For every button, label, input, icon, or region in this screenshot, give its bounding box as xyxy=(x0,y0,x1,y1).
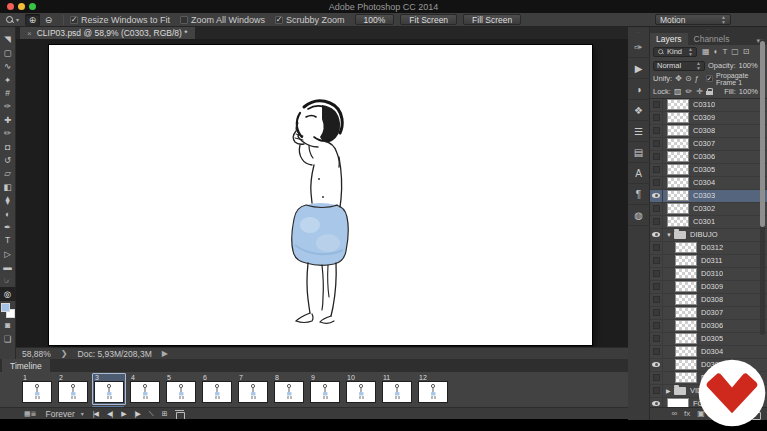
foreground-color-swatch[interactable] xyxy=(1,303,10,312)
visibility-toggle[interactable] xyxy=(650,241,663,254)
status-popup-icon[interactable]: ❯ xyxy=(61,349,68,358)
visibility-toggle[interactable] xyxy=(650,319,663,332)
zoom-out-mode-button[interactable]: ⊖ xyxy=(41,14,56,26)
character-panel-icon[interactable]: A xyxy=(628,163,650,184)
layer-row-d0311[interactable]: D0311 xyxy=(650,255,767,268)
visibility-toggle[interactable] xyxy=(650,358,663,371)
layer-thumbnail[interactable] xyxy=(675,333,697,344)
canvas[interactable] xyxy=(49,45,592,345)
layer-thumbnail[interactable] xyxy=(667,138,689,149)
frame-thumbnail[interactable] xyxy=(130,381,160,403)
frame-thumbnail[interactable] xyxy=(202,381,232,403)
clone-stamp-tool[interactable]: ◘ xyxy=(0,140,16,153)
timeline-frame-4[interactable]: 40 sec.▾ xyxy=(128,372,164,407)
crop-tool[interactable]: # xyxy=(0,87,16,100)
filter-adjustment-layers-icon[interactable]: ◐ xyxy=(714,47,719,56)
visibility-toggle[interactable] xyxy=(650,202,663,215)
layer-thumbnail[interactable] xyxy=(675,372,697,383)
frame-thumbnail[interactable] xyxy=(418,381,448,403)
layer-row-c0303[interactable]: C0303 xyxy=(650,190,767,203)
visibility-toggle[interactable] xyxy=(650,280,663,293)
visibility-toggle[interactable] xyxy=(650,150,663,163)
layer-thumbnail[interactable] xyxy=(675,242,697,253)
layer-row-d0308[interactable]: D0308 xyxy=(650,294,767,307)
layer-thumbnail[interactable] xyxy=(675,255,697,266)
frame-thumbnail[interactable] xyxy=(94,381,124,403)
layer-thumbnail[interactable] xyxy=(675,268,697,279)
timeline-frame-3[interactable]: 30 sec.▾ xyxy=(92,372,128,407)
shape-tool[interactable]: ▬ xyxy=(0,261,16,274)
propagate-checkbox[interactable]: ✓ xyxy=(706,75,713,82)
chevron-right-icon[interactable]: ▶ xyxy=(666,387,672,394)
eyedropper-tool[interactable]: ✑ xyxy=(0,100,16,113)
chevron-down-icon[interactable]: ▼ xyxy=(666,232,672,238)
layer-thumbnail[interactable] xyxy=(675,307,697,318)
layer-row-c0305[interactable]: C0305 xyxy=(650,164,767,177)
lock-all-icon[interactable] xyxy=(706,88,713,95)
dodge-tool[interactable]: ◐ xyxy=(0,207,16,220)
properties-panel-icon[interactable]: ☰ xyxy=(628,121,650,142)
pen-tool[interactable]: ✒ xyxy=(0,220,16,233)
color-swatches[interactable] xyxy=(0,303,16,319)
zoom-tool[interactable]: ◎ xyxy=(0,287,16,300)
layer-thumbnail[interactable] xyxy=(667,216,689,227)
layer-row-c0301[interactable]: C0301 xyxy=(650,216,767,229)
layer-thumbnail[interactable] xyxy=(667,177,689,188)
tab-timeline[interactable]: Timeline xyxy=(2,359,50,372)
new-frame-button[interactable]: ⊞ xyxy=(162,410,167,418)
layer-row-c0309[interactable]: C0309 xyxy=(650,112,767,125)
blend-mode-select[interactable]: Normal▲▼ xyxy=(653,61,705,71)
layer-row-c0307[interactable]: C0307 xyxy=(650,138,767,151)
unify-visibility-icon[interactable]: ⊙ xyxy=(685,74,692,83)
visibility-toggle[interactable] xyxy=(650,111,663,124)
visibility-toggle[interactable] xyxy=(650,293,663,306)
frame-thumbnail[interactable] xyxy=(166,381,196,403)
visibility-toggle[interactable] xyxy=(650,124,663,137)
filter-kind-select[interactable]: Kind ▲▼ xyxy=(653,47,697,57)
gradient-tool[interactable]: ◧ xyxy=(0,180,16,193)
visibility-toggle[interactable] xyxy=(650,371,663,384)
layer-comps-panel-icon[interactable]: ▤ xyxy=(628,142,650,163)
visibility-toggle[interactable] xyxy=(650,98,663,111)
marquee-tool[interactable]: ▢ xyxy=(0,46,16,59)
layer-thumbnail[interactable] xyxy=(667,164,689,175)
layer-thumbnail[interactable] xyxy=(667,112,689,123)
magic-wand-tool[interactable]: ✦ xyxy=(0,73,16,86)
layer-thumbnail[interactable] xyxy=(675,294,697,305)
zoom-tool-preset[interactable]: ▾ xyxy=(6,16,19,24)
visibility-toggle[interactable] xyxy=(650,228,663,241)
layer-row-d0309[interactable]: D0309 xyxy=(650,281,767,294)
frame-thumbnail[interactable] xyxy=(346,381,376,403)
layer-style-button[interactable]: fx xyxy=(684,410,690,418)
timeline-frame-5[interactable]: 50 sec.▾ xyxy=(164,372,200,407)
visibility-toggle[interactable] xyxy=(650,306,663,319)
history-brush-tool[interactable]: ↺ xyxy=(0,154,16,167)
convert-to-video-timeline-icon[interactable]: ▦≣ xyxy=(24,410,36,418)
close-tab-icon[interactable]: × xyxy=(27,29,32,38)
options-button-100-[interactable]: 100% xyxy=(355,14,395,25)
layer-row-d0312[interactable]: D0312 xyxy=(650,242,767,255)
type-tool[interactable]: T xyxy=(0,234,16,247)
delete-frame-button[interactable] xyxy=(176,410,183,418)
actions-panel-icon[interactable]: ▶ xyxy=(628,58,650,79)
layers-scrollbar[interactable] xyxy=(760,39,765,335)
layer-thumbnail[interactable] xyxy=(667,203,689,214)
first-frame-button[interactable]: |◀ xyxy=(93,410,98,418)
timeline-frame-12[interactable]: 120 sec.▾ xyxy=(416,372,452,407)
visibility-toggle[interactable] xyxy=(650,254,663,267)
layer-row-dibujo[interactable]: ▼DIBUJO xyxy=(650,229,767,242)
frame-thumbnail[interactable] xyxy=(382,381,412,403)
healing-brush-tool[interactable]: ✚ xyxy=(0,113,16,126)
filter-shape-layers-icon[interactable]: ▢ xyxy=(731,47,739,56)
layer-row-c0304[interactable]: C0304 xyxy=(650,177,767,190)
layer-row-d0306[interactable]: D0306 xyxy=(650,320,767,333)
layer-thumbnail[interactable] xyxy=(675,281,697,292)
frame-thumbnail[interactable] xyxy=(310,381,340,403)
layer-row-c0306[interactable]: C0306 xyxy=(650,151,767,164)
layer-thumbnail[interactable] xyxy=(675,359,697,370)
previous-frame-button[interactable]: ◀| xyxy=(107,410,112,418)
frame-thumbnail[interactable] xyxy=(274,381,304,403)
tab-channels[interactable]: Channels xyxy=(688,33,736,45)
blur-tool[interactable]: ⧫ xyxy=(0,194,16,207)
visibility-toggle[interactable] xyxy=(650,163,663,176)
